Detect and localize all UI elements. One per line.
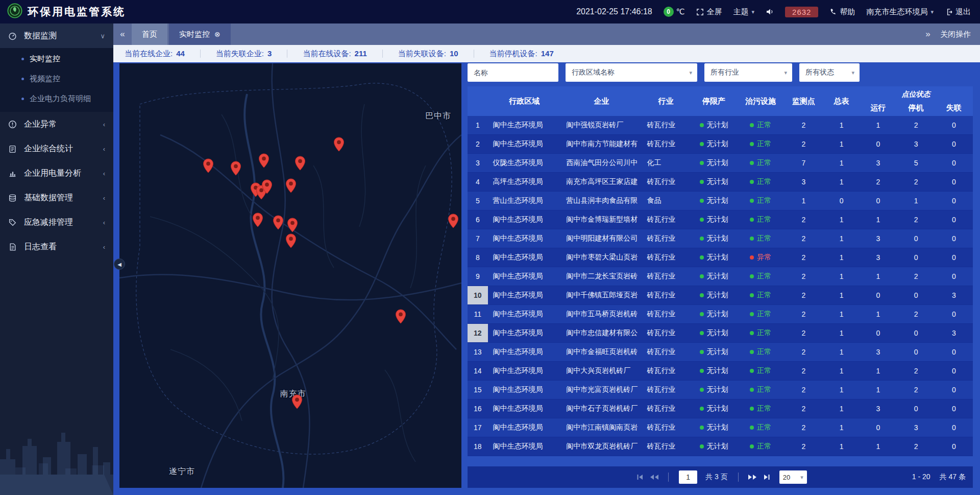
status-dot-green (750, 237, 754, 241)
col-run[interactable]: 运行 (859, 100, 897, 116)
alert-count-badge[interactable]: 2632 (785, 7, 818, 17)
table-row[interactable]: 1阆中生态环境局阆中强锐页岩砖厂砖瓦行业无计划正常21120 (468, 116, 973, 135)
map-pin[interactable] (285, 233, 297, 250)
status-dot-green (700, 388, 704, 392)
col-lost[interactable]: 失联 (935, 100, 973, 116)
close-operations-button[interactable]: 关闭操作 (940, 30, 971, 39)
theme-dropdown[interactable]: 主题 ▾ (733, 7, 755, 17)
sidebar-subitem-0-1[interactable]: 视频监控 (0, 69, 113, 89)
map-pin[interactable] (230, 161, 241, 178)
map-pin[interactable] (291, 394, 303, 411)
cell-company: 阆中市忠信建材有限公 (561, 324, 642, 342)
tab-0[interactable]: 首页 (132, 23, 167, 45)
cell-meters: 1 (824, 173, 859, 191)
last-page-button[interactable] (763, 473, 771, 481)
map-pin[interactable] (273, 215, 284, 232)
map-pin[interactable] (448, 214, 459, 230)
table-row[interactable]: 7阆中生态环境局阆中明阳建材有限公司砖瓦行业无计划正常21300 (468, 229, 973, 248)
cell-index: 6 (468, 210, 488, 229)
table-row[interactable]: 13阆中生态环境局阆中市金福旺页岩机砖砖瓦行业无计划正常21300 (468, 343, 973, 362)
industry-filter-select[interactable]: 所有行业 ▾ (704, 63, 792, 82)
table-row[interactable]: 18阆中生态环境局阆中市双龙页岩机砖厂砖瓦行业无计划正常21120 (468, 437, 973, 456)
table-row[interactable]: 9阆中生态环境局阆中市二龙长宝页岩砖砖瓦行业无计划正常21120 (468, 267, 973, 286)
cell-facility-status: 正常 (738, 324, 783, 342)
col-industry[interactable]: 行业 (642, 86, 690, 116)
col-stop[interactable]: 停机 (897, 100, 935, 116)
map-pin[interactable] (261, 179, 273, 196)
table-row[interactable]: 12阆中生态环境局阆中市忠信建材有限公砖瓦行业无计划正常21003 (468, 324, 973, 343)
col-limit[interactable]: 停限产 (690, 86, 738, 116)
table-row[interactable]: 8阆中生态环境局阆中市枣碧大梁山页岩砖瓦行业无计划异常21300 (468, 248, 973, 267)
col-region[interactable]: 行政区域 (488, 86, 561, 116)
sidebar-item-0[interactable]: 数据监测∨ (0, 23, 113, 48)
table-row[interactable]: 4高坪生态环境局南充市高坪区王家店建砖瓦行业无计划正常31220 (468, 173, 973, 192)
temperature: 0 ℃ (664, 7, 685, 17)
status-dot-green (700, 426, 704, 430)
exit-button[interactable]: 退出 (945, 7, 971, 17)
cell-company: 阆中市南方节能建材有 (561, 135, 642, 153)
map-pin[interactable] (252, 213, 263, 229)
cell-limit-status: 无计划 (690, 154, 738, 172)
table-row[interactable]: 15阆中生态环境局阆中市光富页岩机砖厂砖瓦行业无计划正常21120 (468, 381, 973, 399)
cell-industry: 砖瓦行业 (642, 286, 690, 304)
map-pin[interactable] (285, 178, 297, 195)
name-filter-input[interactable] (468, 63, 558, 82)
tab-1[interactable]: 实时监控⊗ (169, 23, 231, 45)
cell-index: 8 (468, 248, 488, 267)
table-row[interactable]: 10阆中生态环境局阆中千佛镇五郎垭页岩砖瓦行业无计划正常21003 (468, 286, 973, 305)
col-facility[interactable]: 治污设施 (738, 86, 783, 116)
sidebar-item-3[interactable]: 企业用电量分析‹ (0, 161, 113, 185)
page-number-input[interactable] (679, 470, 697, 484)
page-size-select[interactable]: 20 ▾ (779, 470, 807, 484)
table-row[interactable]: 2阆中生态环境局阆中市南方节能建材有砖瓦行业无计划正常21030 (468, 135, 973, 154)
cell-company: 阆中市江南镇阆南页岩 (561, 418, 642, 437)
sidebar-item-1[interactable]: 企业异常‹ (0, 112, 113, 136)
map-pin[interactable] (203, 158, 214, 175)
region-filter-select[interactable]: 行政区域名称 ▾ (566, 63, 697, 82)
next-page-button[interactable] (747, 473, 757, 481)
tabs-scroll-left-icon[interactable]: « (113, 29, 132, 39)
status-dot-green (750, 331, 754, 335)
map-pin[interactable] (333, 137, 345, 154)
cell-region: 阆中生态环境局 (488, 286, 561, 304)
status-dot-green (750, 199, 754, 203)
table-row[interactable]: 14阆中生态环境局阆中大兴页岩机砖厂砖瓦行业无计划正常21120 (468, 362, 973, 381)
table-row[interactable]: 3仪陇生态环境局西南油气田分公司川中化工无计划正常71350 (468, 154, 973, 173)
org-dropdown[interactable]: 南充市生态环境局 ▾ (866, 7, 934, 17)
map-panel[interactable]: 巴中市南充市遂宁市 ◀ (119, 63, 461, 488)
first-page-button[interactable] (636, 473, 644, 481)
tabs-scroll-right-icon[interactable]: » (919, 29, 937, 39)
status-dot-green (750, 426, 754, 430)
status-dot-green (700, 350, 704, 354)
map-pin[interactable] (395, 309, 406, 326)
map-pin[interactable] (287, 218, 298, 234)
table-row[interactable]: 16阆中生态环境局阆中市石子页岩机砖厂砖瓦行业无计划正常21300 (468, 399, 973, 418)
sidebar-item-6[interactable]: 日志查看‹ (0, 234, 113, 259)
table-row[interactable]: 6阆中生态环境局阆中市金博瑞新型墙材砖瓦行业无计划正常21120 (468, 210, 973, 229)
col-meters[interactable]: 总表 (824, 86, 859, 116)
announcement-button[interactable] (766, 8, 774, 16)
sidebar-item-5[interactable]: 应急减排管理‹ (0, 210, 113, 234)
fullscreen-button[interactable]: 全屏 (696, 7, 722, 17)
tab-close-icon[interactable]: ⊗ (214, 30, 220, 38)
cell-limit-status: 无计划 (690, 135, 738, 153)
col-points[interactable]: 监测点 (783, 86, 824, 116)
sidebar-subitem-0-0[interactable]: 实时监控 (0, 49, 113, 69)
help-button[interactable]: 帮助 (829, 7, 855, 17)
cell-industry: 砖瓦行业 (642, 437, 690, 456)
cell-stop: 2 (897, 362, 935, 380)
map-pin[interactable] (258, 153, 270, 170)
map-pin[interactable] (295, 156, 306, 173)
cell-meters: 1 (824, 362, 859, 380)
sidebar-item-2[interactable]: 企业综合统计‹ (0, 136, 113, 161)
prev-page-button[interactable] (649, 473, 659, 481)
table-row[interactable]: 17阆中生态环境局阆中市江南镇阆南页岩砖瓦行业无计划正常21030 (468, 418, 973, 437)
col-company[interactable]: 企业 (561, 86, 642, 116)
temperature-unit: ℃ (676, 7, 685, 16)
table-row[interactable]: 11阆中生态环境局阆中市五马桥页岩机砖砖瓦行业无计划正常21120 (468, 305, 973, 324)
sidebar-subitem-0-2[interactable]: 企业电力负荷明细 (0, 89, 113, 109)
status-filter-select[interactable]: 所有状态 ▾ (799, 63, 860, 82)
cell-company: 阆中千佛镇五郎垭页岩 (561, 286, 642, 304)
table-row[interactable]: 5营山生态环境局营山县润丰肉食品有限食品无计划正常10010 (468, 192, 973, 210)
sidebar-item-4[interactable]: 基础数据管理‹ (0, 185, 113, 210)
